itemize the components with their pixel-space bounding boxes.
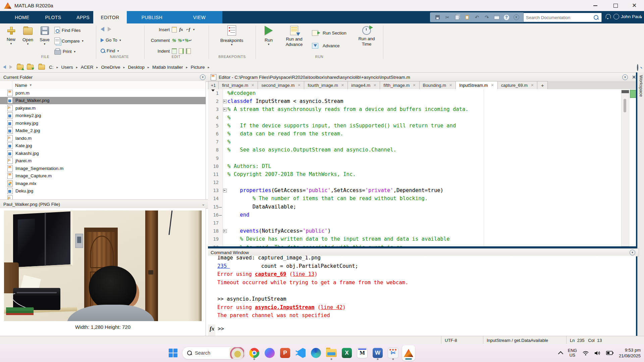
window-icon[interactable] xyxy=(494,14,500,20)
hidden-tabs-button[interactable]: +1 xyxy=(208,81,219,89)
taskbar-icon-excel[interactable]: X xyxy=(340,345,353,361)
insert-annotation-icon[interactable]: ⌐f xyxy=(185,27,191,32)
file-row[interactable]: Paul_Walker.png xyxy=(0,97,206,105)
file-row[interactable]: Kakashi.jpg xyxy=(0,149,206,157)
name-column-header[interactable]: Name xyxy=(15,83,27,88)
code-line[interactable]: 8% See also asyncio.OutputStream and asy… xyxy=(208,146,636,154)
taskbar-icon-matlab[interactable] xyxy=(402,345,415,361)
editor-scrollbar-thumb[interactable] xyxy=(624,99,626,112)
code-line[interactable]: 6% data can be read from the stream. xyxy=(208,130,636,138)
code-line[interactable]: 14 % The number of items that can be rea… xyxy=(208,194,636,202)
notifications-bell-icon[interactable] xyxy=(606,14,611,18)
editor-tab-Bounding-m[interactable]: Bounding.m✕ xyxy=(420,81,456,89)
address-search-icon[interactable] xyxy=(637,64,638,71)
print-button[interactable]: Print▼ xyxy=(54,48,76,55)
tab-close-icon[interactable]: ✕ xyxy=(251,83,254,87)
error-link[interactable]: line 42 xyxy=(321,304,342,310)
code-line[interactable]: 9 xyxy=(208,154,636,162)
wrap-comments-icon[interactable]: %↵ xyxy=(185,38,191,43)
ribbon-tab-view[interactable]: VIEW xyxy=(177,11,222,23)
error-link[interactable]: line 13 xyxy=(292,271,314,277)
editor-tab-image4-m[interactable]: image4.m✕ xyxy=(348,81,380,89)
file-row[interactable]: pakyaw.m xyxy=(0,104,206,112)
code-line[interactable]: 19 % Device has written data to the inpu… xyxy=(208,235,636,243)
back-arrow-icon[interactable] xyxy=(101,27,104,32)
file-row[interactable]: monkey2.jpg xyxy=(0,112,206,120)
help-icon[interactable]: ? xyxy=(503,14,509,20)
indent-right-icon[interactable] xyxy=(179,48,184,54)
ribbon-tab-publish[interactable]: PUBLISH xyxy=(127,11,177,23)
taskbar-icon-vscode[interactable] xyxy=(294,345,307,361)
editor-menu-icon[interactable]: ▼ xyxy=(622,74,628,80)
fold-marker-icon[interactable] xyxy=(222,105,227,113)
current-folder-menu-icon[interactable]: ▼ xyxy=(200,74,206,80)
user-avatar-icon[interactable] xyxy=(613,14,619,19)
breadcrumb-segment[interactable]: Users xyxy=(61,65,73,70)
code-line[interactable]: 16– end xyxy=(208,211,636,219)
taskbar-icon-copilot[interactable] xyxy=(263,345,276,361)
code-analyzer-indicator[interactable] xyxy=(630,90,636,98)
open-button[interactable]: Open▼ xyxy=(19,25,36,46)
breadcrumb-segment[interactable]: Matlab Installer xyxy=(152,65,183,70)
preview-header[interactable]: Paul_Walker.png (PNG File) ⌄ xyxy=(0,199,209,209)
breadcrumb-segment[interactable]: OneDrive xyxy=(101,65,120,70)
code-line[interactable]: 13 properties(GetAccess='public',SetAcce… xyxy=(208,186,636,194)
tab-close-icon[interactable]: ✕ xyxy=(491,83,494,87)
taskbar-icon-explorer[interactable] xyxy=(325,345,338,361)
code-editor[interactable]: 1%#codegen2classdef InputStream < asynci… xyxy=(208,89,636,246)
taskbar-icon-edge[interactable] xyxy=(310,345,322,361)
redo-icon[interactable]: ↷ xyxy=(484,14,490,20)
taskbar-search[interactable]: Search xyxy=(182,347,245,359)
command-window[interactable]: Image saved: captured_image_1.png235 cou… xyxy=(208,256,636,336)
close-button[interactable]: ✕ xyxy=(627,0,642,11)
file-row[interactable]: Deku.jpg xyxy=(0,187,206,195)
editor-tab-fifth_image-m[interactable]: fifth_image.m✕ xyxy=(380,81,419,89)
insert-row[interactable]: Insert fx ⌐f ▼ xyxy=(150,27,195,32)
compare-button[interactable]: Compare▼ xyxy=(54,38,84,44)
comment-row[interactable]: Comment % %✕ %↵ xyxy=(150,38,191,43)
clock[interactable]: 9:53 pm21/08/2025 xyxy=(619,347,641,359)
file-row[interactable]: lando.m xyxy=(0,134,206,142)
error-link[interactable]: 235 xyxy=(217,263,230,269)
file-row[interactable]: Image.mlx xyxy=(0,180,206,187)
smart-indent-icon[interactable] xyxy=(172,48,177,54)
insert-section-icon[interactable] xyxy=(172,27,177,33)
user-menu-caret-icon[interactable]: ▼ xyxy=(640,16,643,19)
undo-icon[interactable]: ↶ xyxy=(474,14,480,20)
run-and-advance-button[interactable]: Run andAdvance xyxy=(281,25,307,47)
run-and-time-button[interactable]: Run andTime xyxy=(355,25,378,47)
find-files-button[interactable]: Find Files xyxy=(54,27,80,34)
code-line[interactable]: 15– DataAvailable; xyxy=(208,203,636,211)
volume-icon[interactable] xyxy=(594,351,601,356)
editor-tab-capture_69-m[interactable]: capture_69.m✕ xyxy=(498,81,538,89)
file-row[interactable]: porn.m xyxy=(0,89,206,97)
language-indicator[interactable]: ENGUS xyxy=(568,348,577,358)
ribbon-tab-home[interactable]: HOME xyxy=(7,11,38,23)
breadcrumb-segment[interactable]: Picture xyxy=(191,65,205,70)
code-line[interactable]: 12 xyxy=(208,178,636,186)
indent-left-icon[interactable] xyxy=(186,48,191,54)
go-to-button[interactable]: Go To▼ xyxy=(101,38,121,43)
tab-close-icon[interactable]: ✕ xyxy=(531,83,534,87)
fx-icon[interactable]: fx xyxy=(210,325,214,332)
fold-marker-icon[interactable] xyxy=(222,186,227,194)
minimize-button[interactable] xyxy=(588,0,603,11)
cut-icon[interactable]: ✂ xyxy=(444,14,450,20)
address-back-icon[interactable] xyxy=(3,65,6,69)
code-line[interactable]: 11% Copyright 2007-2018 The MathWorks, I… xyxy=(208,170,636,178)
new-tab-button[interactable]: + xyxy=(537,81,548,89)
code-line[interactable]: 3% A stream that asynchronously reads fr… xyxy=(208,105,636,113)
command-window-menu-icon[interactable]: ▼ xyxy=(630,250,635,255)
file-row[interactable] xyxy=(0,195,206,199)
run-section-button[interactable]: Run Section xyxy=(312,30,346,36)
command-prompt[interactable]: >> xyxy=(218,326,224,332)
tab-close-icon[interactable]: ✕ xyxy=(341,83,344,87)
taskbar-icon-m-app[interactable]: M xyxy=(356,345,369,361)
new-button[interactable]: New▼ xyxy=(3,25,19,45)
file-row[interactable]: monkey.jpg xyxy=(0,119,206,127)
wifi-icon[interactable] xyxy=(582,351,589,356)
browse-folder-icon[interactable] xyxy=(27,65,34,70)
breadcrumb-segment[interactable]: Desktop xyxy=(128,65,145,70)
file-row[interactable]: Image_Capture.m xyxy=(0,172,206,180)
code-line[interactable]: 7% xyxy=(208,138,636,146)
